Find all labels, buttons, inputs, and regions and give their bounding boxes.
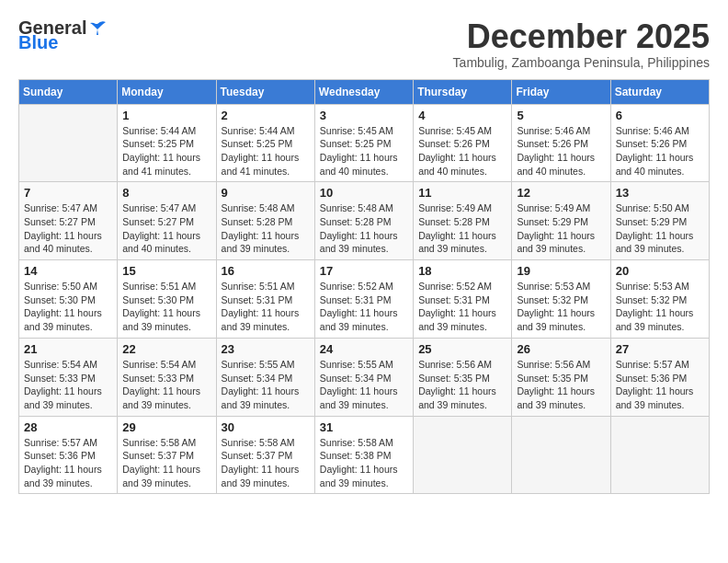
calendar-cell: 12Sunrise: 5:49 AMSunset: 5:29 PMDayligh… bbox=[512, 182, 610, 260]
calendar-cell: 28Sunrise: 5:57 AMSunset: 5:36 PMDayligh… bbox=[19, 416, 118, 494]
calendar-cell: 13Sunrise: 5:50 AMSunset: 5:29 PMDayligh… bbox=[610, 182, 709, 260]
day-info: Sunrise: 5:45 AMSunset: 5:26 PMDaylight:… bbox=[418, 124, 506, 178]
day-number: 27 bbox=[616, 342, 704, 356]
day-info: Sunrise: 5:58 AMSunset: 5:38 PMDaylight:… bbox=[320, 436, 408, 490]
day-info: Sunrise: 5:45 AMSunset: 5:25 PMDaylight:… bbox=[320, 124, 408, 178]
calendar-header-row: SundayMondayTuesdayWednesdayThursdayFrid… bbox=[19, 79, 710, 104]
day-info: Sunrise: 5:50 AMSunset: 5:29 PMDaylight:… bbox=[616, 201, 704, 256]
calendar-cell: 25Sunrise: 5:56 AMSunset: 5:35 PMDayligh… bbox=[414, 338, 512, 416]
day-number: 14 bbox=[24, 264, 112, 278]
calendar-cell: 23Sunrise: 5:55 AMSunset: 5:34 PMDayligh… bbox=[216, 338, 314, 416]
day-info: Sunrise: 5:57 AMSunset: 5:36 PMDaylight:… bbox=[616, 358, 704, 412]
day-number: 18 bbox=[418, 264, 506, 278]
title-area: December 2025 Tambulig, Zamboanga Penins… bbox=[453, 18, 710, 70]
day-of-week-header: Wednesday bbox=[314, 79, 413, 104]
calendar-cell: 11Sunrise: 5:49 AMSunset: 5:28 PMDayligh… bbox=[414, 182, 512, 260]
day-info: Sunrise: 5:54 AMSunset: 5:33 PMDaylight:… bbox=[24, 358, 112, 412]
day-info: Sunrise: 5:53 AMSunset: 5:32 PMDaylight:… bbox=[517, 280, 605, 334]
day-info: Sunrise: 5:44 AMSunset: 5:25 PMDaylight:… bbox=[122, 124, 210, 178]
calendar-cell: 5Sunrise: 5:46 AMSunset: 5:26 PMDaylight… bbox=[512, 104, 610, 182]
day-info: Sunrise: 5:53 AMSunset: 5:32 PMDaylight:… bbox=[616, 280, 704, 334]
day-number: 19 bbox=[517, 264, 605, 278]
day-number: 1 bbox=[122, 109, 210, 122]
day-number: 3 bbox=[320, 109, 408, 122]
day-number: 13 bbox=[616, 186, 704, 200]
day-of-week-header: Monday bbox=[118, 79, 216, 104]
day-info: Sunrise: 5:55 AMSunset: 5:34 PMDaylight:… bbox=[320, 358, 408, 412]
day-info: Sunrise: 5:56 AMSunset: 5:35 PMDaylight:… bbox=[418, 358, 506, 412]
day-number: 30 bbox=[222, 420, 310, 434]
calendar-week-row: 28Sunrise: 5:57 AMSunset: 5:36 PMDayligh… bbox=[19, 416, 710, 494]
day-number: 20 bbox=[616, 264, 704, 278]
calendar-cell: 14Sunrise: 5:50 AMSunset: 5:30 PMDayligh… bbox=[19, 260, 118, 339]
day-info: Sunrise: 5:49 AMSunset: 5:28 PMDaylight:… bbox=[418, 201, 506, 256]
day-number: 4 bbox=[418, 109, 506, 122]
day-info: Sunrise: 5:54 AMSunset: 5:33 PMDaylight:… bbox=[122, 358, 210, 412]
day-number: 26 bbox=[517, 342, 605, 356]
day-of-week-header: Thursday bbox=[414, 79, 512, 104]
calendar-cell: 30Sunrise: 5:58 AMSunset: 5:37 PMDayligh… bbox=[216, 416, 314, 494]
calendar-cell: 20Sunrise: 5:53 AMSunset: 5:32 PMDayligh… bbox=[610, 260, 709, 339]
calendar-cell: 27Sunrise: 5:57 AMSunset: 5:36 PMDayligh… bbox=[610, 338, 709, 416]
calendar-cell: 6Sunrise: 5:46 AMSunset: 5:26 PMDaylight… bbox=[610, 104, 709, 182]
day-info: Sunrise: 5:58 AMSunset: 5:37 PMDaylight:… bbox=[122, 436, 210, 490]
day-info: Sunrise: 5:47 AMSunset: 5:27 PMDaylight:… bbox=[122, 201, 210, 256]
month-title: December 2025 bbox=[453, 18, 710, 55]
day-number: 6 bbox=[616, 109, 704, 122]
calendar-cell: 17Sunrise: 5:52 AMSunset: 5:31 PMDayligh… bbox=[314, 260, 413, 339]
day-number: 25 bbox=[418, 342, 506, 356]
calendar-cell: 26Sunrise: 5:56 AMSunset: 5:35 PMDayligh… bbox=[512, 338, 610, 416]
calendar-cell: 31Sunrise: 5:58 AMSunset: 5:38 PMDayligh… bbox=[314, 416, 413, 494]
day-info: Sunrise: 5:51 AMSunset: 5:30 PMDaylight:… bbox=[122, 280, 210, 334]
day-number: 2 bbox=[222, 109, 310, 122]
calendar-cell: 1Sunrise: 5:44 AMSunset: 5:25 PMDaylight… bbox=[118, 104, 216, 182]
calendar-cell: 19Sunrise: 5:53 AMSunset: 5:32 PMDayligh… bbox=[512, 260, 610, 339]
day-info: Sunrise: 5:50 AMSunset: 5:30 PMDaylight:… bbox=[24, 280, 112, 334]
day-info: Sunrise: 5:52 AMSunset: 5:31 PMDaylight:… bbox=[320, 280, 408, 334]
calendar-cell bbox=[512, 416, 610, 494]
day-number: 16 bbox=[222, 264, 310, 278]
calendar-cell: 2Sunrise: 5:44 AMSunset: 5:25 PMDaylight… bbox=[216, 104, 314, 182]
calendar-cell: 3Sunrise: 5:45 AMSunset: 5:25 PMDaylight… bbox=[314, 104, 413, 182]
day-info: Sunrise: 5:48 AMSunset: 5:28 PMDaylight:… bbox=[320, 201, 408, 256]
day-number: 8 bbox=[122, 186, 210, 200]
day-info: Sunrise: 5:58 AMSunset: 5:37 PMDaylight:… bbox=[222, 436, 310, 490]
calendar-cell: 29Sunrise: 5:58 AMSunset: 5:37 PMDayligh… bbox=[118, 416, 216, 494]
calendar-cell bbox=[610, 416, 709, 494]
day-of-week-header: Tuesday bbox=[216, 79, 314, 104]
calendar-cell: 18Sunrise: 5:52 AMSunset: 5:31 PMDayligh… bbox=[414, 260, 512, 339]
location-subtitle: Tambulig, Zamboanga Peninsula, Philippin… bbox=[453, 55, 710, 70]
calendar-cell: 4Sunrise: 5:45 AMSunset: 5:26 PMDaylight… bbox=[414, 104, 512, 182]
day-number: 15 bbox=[122, 264, 210, 278]
calendar-table: SundayMondayTuesdayWednesdayThursdayFrid… bbox=[18, 79, 710, 495]
day-number: 7 bbox=[24, 186, 112, 200]
day-number: 31 bbox=[320, 420, 408, 434]
calendar-cell: 15Sunrise: 5:51 AMSunset: 5:30 PMDayligh… bbox=[118, 260, 216, 339]
calendar-cell: 9Sunrise: 5:48 AMSunset: 5:28 PMDaylight… bbox=[216, 182, 314, 260]
calendar-cell bbox=[19, 104, 118, 182]
day-of-week-header: Friday bbox=[512, 79, 610, 104]
header: General Blue December 2025 Tambulig, Zam… bbox=[18, 18, 710, 70]
day-info: Sunrise: 5:49 AMSunset: 5:29 PMDaylight:… bbox=[517, 201, 605, 256]
day-number: 28 bbox=[24, 420, 112, 434]
day-of-week-header: Sunday bbox=[19, 79, 118, 104]
day-number: 21 bbox=[24, 342, 112, 356]
day-number: 17 bbox=[320, 264, 408, 278]
day-info: Sunrise: 5:47 AMSunset: 5:27 PMDaylight:… bbox=[24, 201, 112, 256]
day-info: Sunrise: 5:57 AMSunset: 5:36 PMDaylight:… bbox=[24, 436, 112, 490]
day-info: Sunrise: 5:46 AMSunset: 5:26 PMDaylight:… bbox=[517, 124, 605, 178]
calendar-cell: 7Sunrise: 5:47 AMSunset: 5:27 PMDaylight… bbox=[19, 182, 118, 260]
calendar-cell: 22Sunrise: 5:54 AMSunset: 5:33 PMDayligh… bbox=[118, 338, 216, 416]
day-number: 24 bbox=[320, 342, 408, 356]
day-of-week-header: Saturday bbox=[610, 79, 709, 104]
day-number: 9 bbox=[222, 186, 310, 200]
logo: General Blue bbox=[18, 18, 107, 52]
day-number: 10 bbox=[320, 186, 408, 200]
calendar-week-row: 1Sunrise: 5:44 AMSunset: 5:25 PMDaylight… bbox=[19, 104, 710, 182]
calendar-cell bbox=[414, 416, 512, 494]
day-number: 12 bbox=[517, 186, 605, 200]
calendar-cell: 21Sunrise: 5:54 AMSunset: 5:33 PMDayligh… bbox=[19, 338, 118, 416]
day-number: 29 bbox=[122, 420, 210, 434]
day-info: Sunrise: 5:46 AMSunset: 5:26 PMDaylight:… bbox=[616, 124, 704, 178]
logo-blue-text: Blue bbox=[18, 33, 107, 52]
